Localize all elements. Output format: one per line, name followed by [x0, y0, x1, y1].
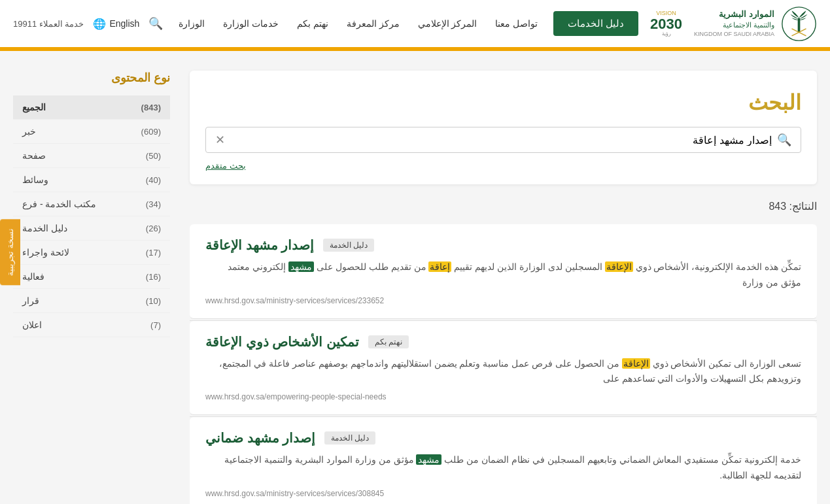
- content-area: البحث 🔍 ✕ بحث متقدم النتائج: 843 دليل ال…: [190, 71, 817, 504]
- result-2-title[interactable]: تمكين الأشخاص ذوي الإعاقة: [205, 334, 359, 350]
- globe-icon: 🌐: [93, 18, 106, 30]
- result-2-badge: نهتم بكم: [368, 335, 409, 348]
- result-card-3: دليل الخدمة إصدار مشهد ضماني خدمة إلكترو…: [190, 417, 817, 504]
- filter-branch[interactable]: (34) مكتب الخدمة - فرع: [13, 192, 170, 216]
- search-input[interactable]: [230, 134, 772, 146]
- result-1-desc: تمكِّن هذه الخدمة الإلكترونية، الأشخاص ذ…: [205, 260, 801, 291]
- highlight-4: الإعاقة: [622, 358, 650, 369]
- filter-media[interactable]: (40) وسائط: [13, 168, 170, 192]
- search-section: البحث 🔍 ✕ بحث متقدم: [190, 71, 817, 184]
- advanced-search-link: بحث متقدم: [205, 160, 801, 171]
- result-3-header: دليل الخدمة إصدار مشهد ضماني: [205, 430, 801, 446]
- header-left: 🔍 English 🌐 خدمة العملاء 19911: [13, 16, 163, 31]
- nav-ministry[interactable]: الوزارة: [179, 18, 205, 29]
- result-1-title[interactable]: إصدار مشهد الإعاقة: [205, 237, 314, 253]
- filter-news[interactable]: (609) خبر: [13, 120, 170, 144]
- search-icon[interactable]: 🔍: [148, 16, 163, 31]
- highlight-1: الإعاقة: [605, 261, 633, 272]
- filter-service-guide[interactable]: (26) دليل الخدمة: [13, 216, 170, 241]
- result-3-url: www.hrsd.gov.sa/ministry-services/servic…: [205, 489, 801, 498]
- main-nav: تواصل معنا المركز الإعلامي مركز المعرفة …: [163, 18, 553, 29]
- language-button[interactable]: English 🌐: [93, 18, 139, 30]
- trial-badge[interactable]: نسخة تجريبية: [0, 219, 20, 285]
- nav-knowledge[interactable]: مركز المعرفة: [347, 18, 400, 29]
- highlight-5: مشهد: [416, 454, 441, 465]
- result-card-2: نهتم بكم تمكين الأشخاص ذوي الإعاقة تسعى …: [190, 321, 817, 416]
- logo-area: الموارد البشرية والتنمية الاجتماعية KING…: [694, 6, 817, 42]
- result-1-url: www.hrsd.gov.sa/ministry-services/servic…: [205, 296, 801, 305]
- result-3-title[interactable]: إصدار مشهد ضماني: [205, 430, 315, 446]
- filter-decision[interactable]: (10) قرار: [13, 289, 170, 313]
- result-2-desc: تسعى الوزارة الى تمكين الأشخاص ذوي الإعا…: [205, 356, 801, 388]
- sidebar-title: نوع المحتوى: [13, 71, 170, 85]
- search-title: البحث: [205, 90, 801, 115]
- result-card-1: دليل الخدمة إصدار مشهد الإعاقة تمكِّن هذ…: [190, 224, 817, 319]
- search-clear-icon[interactable]: ✕: [215, 133, 225, 147]
- ministry-emblem: [781, 6, 817, 42]
- search-box: 🔍 ✕: [205, 127, 801, 153]
- services-button[interactable]: دليل الخدمات: [553, 11, 638, 36]
- nav-tawasol[interactable]: تواصل معنا: [495, 18, 538, 29]
- result-3-badge: دليل الخدمة: [324, 431, 375, 445]
- nav-media[interactable]: المركز الإعلامي: [418, 18, 477, 29]
- filter-all[interactable]: (843) الجميع: [13, 95, 170, 120]
- header-right: الموارد البشرية والتنمية الاجتماعية KING…: [553, 6, 817, 42]
- customer-service: خدمة العملاء 19911: [13, 19, 84, 29]
- nav-care[interactable]: نهتم بكم: [297, 18, 328, 29]
- result-2-url: www.hrsd.gov.sa/empowering-people-specia…: [205, 392, 801, 401]
- highlight-2: إعاقة: [428, 261, 451, 272]
- filter-event[interactable]: (16) فعالية: [13, 265, 170, 289]
- vision-2030-logo: VISION 2030 رؤية: [650, 10, 682, 37]
- result-3-desc: خدمة إلكترونية تمكِّن مستفيدي المعاش الض…: [205, 452, 801, 484]
- sidebar-filter: نوع المحتوى (843) الجميع (609) خبر (50) …: [13, 71, 170, 504]
- result-1-badge: دليل الخدمة: [323, 239, 374, 252]
- nav-ministry-services[interactable]: خدمات الوزارة: [223, 18, 279, 29]
- filter-announcement[interactable]: (7) اعلان: [13, 313, 170, 337]
- result-1-header: دليل الخدمة إصدار مشهد الإعاقة: [205, 237, 801, 253]
- result-2-header: نهتم بكم تمكين الأشخاص ذوي الإعاقة: [205, 334, 801, 350]
- main-content: البحث 🔍 ✕ بحث متقدم النتائج: 843 دليل ال…: [0, 51, 830, 504]
- header: الموارد البشرية والتنمية الاجتماعية KING…: [0, 0, 830, 49]
- logo-text: الموارد البشرية والتنمية الاجتماعية KING…: [694, 8, 774, 39]
- search-submit-icon[interactable]: 🔍: [777, 133, 791, 147]
- highlight-3: مشهد: [288, 261, 314, 272]
- filter-page[interactable]: (50) صفحة: [13, 144, 170, 168]
- results-count: النتائج: 843: [190, 200, 817, 212]
- filter-regulation[interactable]: (17) لائحة واجراء: [13, 241, 170, 265]
